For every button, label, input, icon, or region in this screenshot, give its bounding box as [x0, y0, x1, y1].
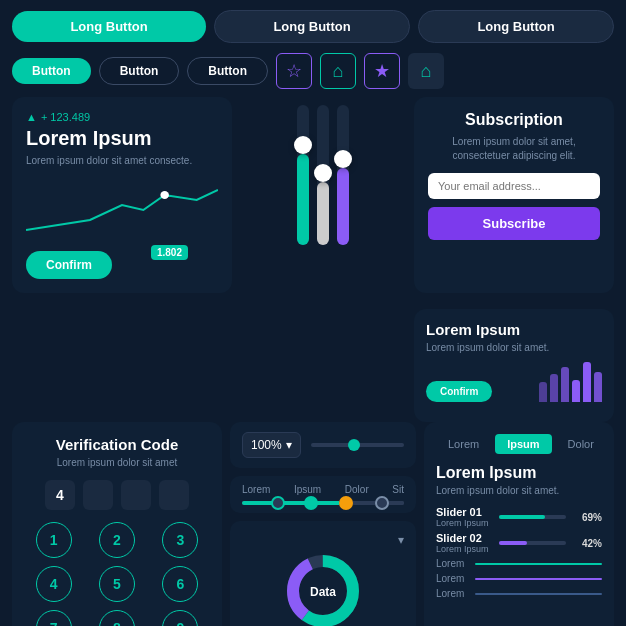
- slider-track-teal[interactable]: [297, 105, 309, 245]
- tab-ipsum[interactable]: Ipsum: [495, 434, 551, 454]
- subscription-title: Subscription: [428, 111, 600, 129]
- verification-panel: Verification Code Lorem ipsum dolor sit …: [12, 422, 222, 626]
- slider-labels: Lorem Ipsum Dolor Sit: [242, 484, 404, 495]
- slider2-track[interactable]: [499, 541, 566, 545]
- verification-subtitle: Lorem ipsum dolor sit amet: [26, 457, 208, 468]
- slider2-pct: 42%: [574, 538, 602, 549]
- line1-label: Lorem: [436, 558, 471, 569]
- bar-4: [572, 380, 580, 402]
- tab-dolor[interactable]: Dolor: [556, 434, 606, 454]
- slider-track-white[interactable]: [317, 105, 329, 245]
- code-box-4[interactable]: [159, 480, 189, 510]
- multi-dot-2[interactable]: [304, 496, 318, 510]
- bar-chart-bars: [539, 362, 602, 402]
- multi-track[interactable]: [242, 501, 404, 505]
- multi-dot-4[interactable]: [375, 496, 389, 510]
- sliders-panel: [240, 97, 406, 293]
- donut-center-text: Data: [310, 585, 336, 599]
- chart-svg-area: [26, 175, 218, 235]
- slider-thumb-teal[interactable]: [294, 136, 312, 154]
- chart-area: 1.802: [26, 175, 218, 235]
- thin-line-3: [475, 593, 602, 595]
- num-btn-5[interactable]: 5: [99, 566, 135, 602]
- chart-subtitle: Lorem ipsum dolor sit amet consecte.: [26, 154, 218, 167]
- home-filled-icon[interactable]: ⌂: [408, 53, 444, 89]
- slider-info-row-2: Slider 02 Lorem Ipsum 42%: [436, 532, 602, 554]
- num-btn-9[interactable]: 9: [162, 610, 198, 626]
- multi-dot-1[interactable]: [271, 496, 285, 510]
- num-btn-3[interactable]: 3: [162, 522, 198, 558]
- num-btn-7[interactable]: 7: [36, 610, 72, 626]
- thin-line-2: [475, 578, 602, 580]
- slider2-fill: [499, 541, 527, 545]
- long-button-dark-1[interactable]: Long Button: [214, 10, 410, 43]
- star-filled-icon[interactable]: ★: [364, 53, 400, 89]
- top-buttons-row: Long Button Long Button Long Button: [0, 0, 626, 53]
- tab-lorem[interactable]: Lorem: [436, 434, 491, 454]
- chart-point: [160, 191, 169, 199]
- line-chart-svg: [26, 175, 218, 235]
- bar-1: [539, 382, 547, 402]
- bar-2: [550, 374, 558, 402]
- email-input[interactable]: [428, 173, 600, 199]
- lorem-confirm-button[interactable]: Confirm: [426, 381, 492, 402]
- bar-3: [561, 367, 569, 402]
- multi-dot-3[interactable]: [339, 496, 353, 510]
- code-box-3[interactable]: [121, 480, 151, 510]
- slider-fill-teal: [297, 154, 309, 245]
- code-box-2[interactable]: [83, 480, 113, 510]
- vertical-slider-purple: [337, 105, 349, 260]
- slider1-track[interactable]: [499, 515, 566, 519]
- numpad: 1 2 3 4 5 6 7 8 9 0: [26, 522, 208, 626]
- donut-dropdown-arrow[interactable]: ▾: [398, 533, 404, 547]
- h-slider-thumb[interactable]: [348, 439, 360, 451]
- slider1-sub: Lorem Ipsum: [436, 518, 491, 528]
- small-button-teal[interactable]: Button: [12, 58, 91, 84]
- slider-label-dolor: Dolor: [345, 484, 369, 495]
- thin-line-1: [475, 563, 602, 565]
- verification-title: Verification Code: [26, 436, 208, 453]
- vertical-slider-white: [317, 105, 329, 260]
- chart-panel: ▲ + 123.489 Lorem Ipsum Lorem ipsum dolo…: [12, 97, 232, 293]
- slider-fill-white: [317, 182, 329, 245]
- subscription-panel: Subscription Lorem ipsum dolor sit amet,…: [414, 97, 614, 293]
- thin-line-row-3: Lorem: [436, 588, 602, 599]
- home-outline-icon[interactable]: ⌂: [320, 53, 356, 89]
- slider-label-lorem: Lorem: [242, 484, 270, 495]
- bar-6: [594, 372, 602, 402]
- multi-slider-row: Lorem Ipsum Dolor Sit: [230, 476, 416, 513]
- slider-thumb-purple[interactable]: [334, 150, 352, 168]
- slider-label-sit: Sit: [392, 484, 404, 495]
- bar-chart: Confirm: [426, 362, 602, 402]
- h-slider-track[interactable]: [311, 443, 404, 447]
- confirm-button[interactable]: Confirm: [26, 251, 112, 279]
- thin-line-row-2: Lorem: [436, 573, 602, 584]
- slider-fill-purple: [337, 168, 349, 245]
- slider1-fill: [499, 515, 545, 519]
- bottom-middle: 100% ▾ Lorem Ipsum Dolor Sit: [230, 422, 416, 626]
- long-button-primary[interactable]: Long Button: [12, 11, 206, 42]
- subscribe-button[interactable]: Subscribe: [428, 207, 600, 240]
- tabs-title: Lorem Ipsum: [436, 464, 602, 482]
- tabs-row: Lorem Ipsum Dolor: [436, 434, 602, 454]
- dropdown[interactable]: 100% ▾: [242, 432, 301, 458]
- num-btn-6[interactable]: 6: [162, 566, 198, 602]
- num-btn-8[interactable]: 8: [99, 610, 135, 626]
- line2-label: Lorem: [436, 573, 471, 584]
- main-grid: ▲ + 123.489 Lorem Ipsum Lorem ipsum dolo…: [0, 97, 626, 301]
- small-button-outline-1[interactable]: Button: [99, 57, 180, 85]
- long-button-dark-2[interactable]: Long Button: [418, 10, 614, 43]
- star-outline-icon[interactable]: ☆: [276, 53, 312, 89]
- bar-5: [583, 362, 591, 402]
- chart-badge: ▲ + 123.489: [26, 111, 218, 123]
- num-btn-2[interactable]: 2: [99, 522, 135, 558]
- num-btn-1[interactable]: 1: [36, 522, 72, 558]
- num-btn-4[interactable]: 4: [36, 566, 72, 602]
- chart-title: Lorem Ipsum: [26, 127, 218, 150]
- code-box-1[interactable]: 4: [45, 480, 75, 510]
- small-button-outline-2[interactable]: Button: [187, 57, 268, 85]
- slider-thumb-white[interactable]: [314, 164, 332, 182]
- mid-right-row: Lorem Ipsum Lorem ipsum dolor sit amet. …: [0, 301, 626, 422]
- slider-track-purple[interactable]: [337, 105, 349, 245]
- slider1-label: Slider 01: [436, 506, 491, 518]
